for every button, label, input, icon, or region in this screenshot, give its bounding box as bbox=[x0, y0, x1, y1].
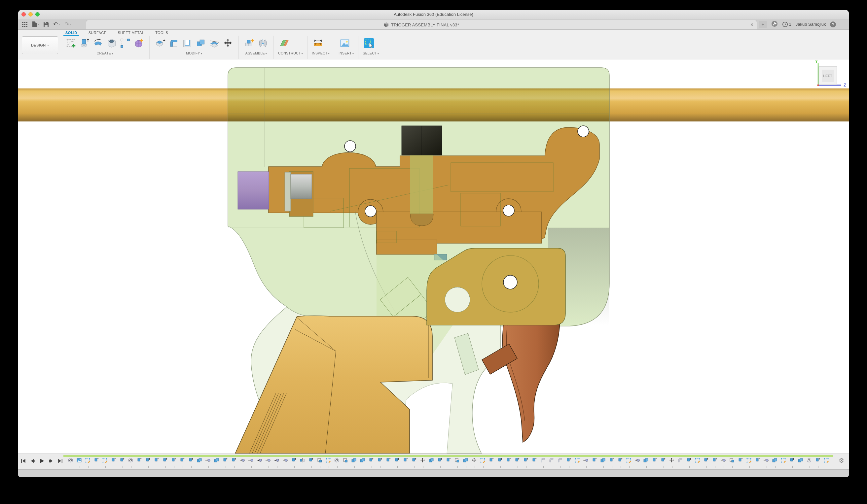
model-viewport[interactable]: LEFT Y Z bbox=[18, 59, 849, 453]
timeline-feature-extrude[interactable] bbox=[385, 458, 391, 463]
timeline-feature-joint[interactable] bbox=[205, 458, 211, 463]
timeline-feature-joint[interactable] bbox=[257, 458, 262, 463]
timeline-feature-combine[interactable] bbox=[643, 458, 649, 463]
timeline-feature-joint[interactable] bbox=[282, 458, 288, 463]
timeline-feature-extrude[interactable] bbox=[437, 458, 442, 463]
group-label-construct[interactable]: CONSTRUCT▾ bbox=[278, 51, 303, 55]
ribbon-tab-sheet-metal[interactable]: SHEET METAL bbox=[117, 30, 144, 36]
timeline-feature-extrude[interactable] bbox=[403, 458, 408, 463]
move-copy-tool[interactable] bbox=[222, 37, 234, 50]
timeline-feature-extrude[interactable] bbox=[94, 458, 99, 463]
timeline-feature-extrude[interactable] bbox=[291, 458, 297, 463]
timeline-feature-extrude[interactable] bbox=[712, 458, 717, 463]
workspace-switcher-button[interactable]: DESIGN ▾ bbox=[22, 36, 58, 54]
timeline-feature-component[interactable] bbox=[454, 458, 460, 463]
timeline-feature-extrude[interactable] bbox=[489, 458, 494, 463]
timeline-feature-component[interactable] bbox=[317, 458, 322, 463]
timeline-feature-extrude[interactable] bbox=[119, 458, 125, 463]
timeline-feature-sketch[interactable] bbox=[574, 458, 580, 463]
timeline-feature-combine[interactable] bbox=[772, 458, 778, 463]
rectangular-pattern-tool[interactable] bbox=[119, 37, 131, 50]
timeline-feature-extrude[interactable] bbox=[617, 458, 623, 463]
timeline-feature-move[interactable] bbox=[420, 458, 425, 463]
timeline-feature-sketch[interactable] bbox=[102, 458, 108, 463]
ribbon-tab-tools[interactable]: TOOLS bbox=[154, 30, 169, 36]
group-label-inspect[interactable]: INSPECT▾ bbox=[312, 51, 330, 55]
go-to-end-button[interactable] bbox=[57, 458, 63, 464]
timeline-feature-sketch[interactable] bbox=[85, 458, 90, 463]
timeline-feature-combine[interactable] bbox=[360, 458, 365, 463]
measure-tool[interactable] bbox=[312, 37, 324, 50]
timeline-feature-extrude[interactable] bbox=[411, 458, 417, 463]
create-sketch-tool[interactable] bbox=[65, 37, 77, 50]
viewcube[interactable]: LEFT Y Z bbox=[815, 59, 846, 87]
timeline-feature-sketch[interactable] bbox=[695, 458, 700, 463]
group-label-select[interactable]: SELECT▾ bbox=[363, 51, 379, 55]
timeline-feature-extrude[interactable] bbox=[145, 458, 151, 463]
timeline-feature-sketch[interactable] bbox=[823, 458, 829, 463]
timeline-feature-extrude[interactable] bbox=[566, 458, 571, 463]
timeline-feature-combine[interactable] bbox=[428, 458, 434, 463]
revolve-tool[interactable] bbox=[92, 37, 104, 50]
timeline-feature-extrude[interactable] bbox=[136, 458, 142, 463]
cylinder-pin[interactable] bbox=[291, 174, 312, 199]
timeline-feature-extrude[interactable] bbox=[188, 458, 194, 463]
timeline-feature-sketch[interactable] bbox=[780, 458, 786, 463]
ribbon-tab-solid[interactable]: SOLID bbox=[65, 30, 78, 36]
close-tab-button[interactable]: × bbox=[750, 20, 753, 29]
timeline-feature-combine[interactable] bbox=[214, 458, 219, 463]
spring-guide-purple[interactable] bbox=[238, 172, 269, 209]
shell-tool[interactable] bbox=[181, 37, 194, 50]
timeline-feature-sketch[interactable] bbox=[325, 458, 331, 463]
insert-canvas-tool[interactable] bbox=[339, 37, 351, 50]
timeline-feature-extrude[interactable] bbox=[179, 458, 185, 463]
new-tab-button[interactable]: + bbox=[759, 21, 767, 28]
timeline-group-bar[interactable] bbox=[63, 455, 833, 457]
group-label-insert[interactable]: INSERT▾ bbox=[339, 51, 354, 55]
redo-button[interactable]: ↷ ▾ bbox=[64, 21, 71, 27]
timeline-feature-fillet[interactable] bbox=[549, 458, 554, 463]
timeline-feature-combine[interactable] bbox=[600, 458, 606, 463]
fillet-tool[interactable] bbox=[168, 37, 180, 50]
construction-plane-tool[interactable] bbox=[278, 37, 291, 50]
timeline-feature-extrude[interactable] bbox=[609, 458, 614, 463]
timeline-feature-joint[interactable] bbox=[634, 458, 640, 463]
timeline-feature-joint[interactable] bbox=[265, 458, 271, 463]
timeline-feature-link[interactable] bbox=[334, 458, 340, 463]
timeline-feature-extrude[interactable] bbox=[153, 458, 159, 463]
timeline-feature-link[interactable] bbox=[128, 458, 133, 463]
timeline-feature-joint[interactable] bbox=[274, 458, 279, 463]
timeline-feature-extrude[interactable] bbox=[738, 458, 743, 463]
joint-tool[interactable] bbox=[257, 37, 269, 50]
timeline-feature-extrude[interactable] bbox=[703, 458, 709, 463]
data-panel-grid-icon[interactable] bbox=[22, 22, 28, 27]
timeline-scrubber[interactable] bbox=[71, 466, 832, 468]
timeline-feature-fillet[interactable] bbox=[677, 458, 683, 463]
timeline-feature-extrude[interactable] bbox=[231, 458, 236, 463]
timeline-feature-joint[interactable] bbox=[583, 458, 589, 463]
timeline-feature-extrude[interactable] bbox=[652, 458, 657, 463]
timeline-feature-extrude[interactable] bbox=[308, 458, 314, 463]
timeline-feature-link[interactable] bbox=[68, 458, 73, 463]
timeline-feature-joint[interactable] bbox=[720, 458, 726, 463]
timeline-feature-extrude[interactable] bbox=[171, 458, 176, 463]
timeline-feature-component[interactable] bbox=[729, 458, 735, 463]
user-menu[interactable]: Jakub Samojluk bbox=[796, 22, 826, 27]
timeline-feature-combine[interactable] bbox=[463, 458, 468, 463]
timeline-feature-extrude[interactable] bbox=[514, 458, 520, 463]
group-label-create[interactable]: CREATE▾ bbox=[65, 51, 145, 55]
timeline-feature-mirror[interactable] bbox=[300, 458, 305, 463]
timeline-feature-extrude[interactable] bbox=[162, 458, 168, 463]
play-button[interactable] bbox=[39, 458, 45, 464]
undo-button[interactable]: ↶ ▾ bbox=[53, 21, 60, 27]
split-body-tool[interactable] bbox=[208, 37, 221, 50]
timeline-feature-extrude[interactable] bbox=[755, 458, 760, 463]
timeline-feature-extrude[interactable] bbox=[368, 458, 374, 463]
timeline-feature-extrude[interactable] bbox=[506, 458, 511, 463]
step-back-button[interactable] bbox=[29, 458, 36, 464]
file-menu-button[interactable]: ▾ bbox=[32, 21, 39, 27]
timeline-feature-extrude[interactable] bbox=[497, 458, 503, 463]
timeline-feature-sketch[interactable] bbox=[626, 458, 632, 463]
new-component-tool[interactable] bbox=[243, 37, 256, 50]
timeline-feature-joint[interactable] bbox=[763, 458, 769, 463]
